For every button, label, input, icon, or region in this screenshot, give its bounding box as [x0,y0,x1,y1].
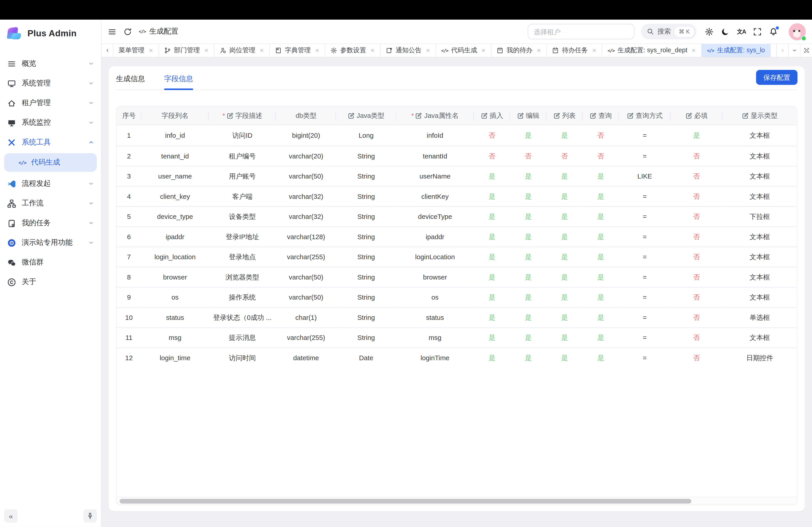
sidebar-item-system-monitor[interactable]: 系统监控 [0,113,101,133]
cell-required[interactable]: 否 [670,347,723,367]
tab-post-management[interactable]: 岗位管理 [215,44,270,57]
sidebar-item-system-management[interactable]: 系统管理 [0,74,101,93]
cell-java-attr[interactable]: os [396,287,474,307]
hamburger-menu-icon[interactable] [108,27,117,36]
cell-display-type[interactable]: 文本框 [723,146,797,166]
cell-column-desc[interactable]: 提示消息 [209,327,276,347]
tab-my-todo[interactable]: 我的待办 [492,44,547,57]
cell-java-attr[interactable]: tenantId [396,146,474,166]
tab-notice[interactable]: 通知公告 [381,44,436,57]
content-fullscreen-icon[interactable] [800,44,812,57]
tab-code-generation[interactable]: </>代码生成 [436,44,492,57]
cell-java-type[interactable]: String [336,146,396,166]
translate-icon[interactable]: 文A [737,28,746,35]
cell-query[interactable]: 是 [583,267,619,287]
close-icon[interactable] [537,48,541,53]
cell-insert[interactable]: 是 [474,327,510,347]
cell-insert[interactable]: 是 [474,287,510,307]
cell-query-mode[interactable]: = [619,146,671,166]
cell-query-mode[interactable]: = [619,287,671,307]
tab-dict-management[interactable]: 字典管理 [270,44,325,57]
cell-display-type[interactable]: 文本框 [723,125,797,146]
cell-edit[interactable]: 是 [510,267,546,287]
cell-required[interactable]: 否 [670,307,723,327]
cell-java-attr[interactable]: userName [396,166,474,186]
cell-java-attr[interactable]: status [396,307,474,327]
close-icon[interactable] [204,48,209,53]
cell-query[interactable]: 是 [583,206,619,226]
cell-java-type[interactable]: String [336,186,396,206]
cell-column-desc[interactable]: 访问时间 [209,347,276,367]
sidebar-item-about[interactable]: 关于 [0,272,101,292]
cell-list[interactable]: 是 [546,267,583,287]
cell-required[interactable]: 否 [670,146,723,166]
cell-edit[interactable]: 否 [510,146,546,166]
sidebar-item-tenant-management[interactable]: 租户管理 [0,93,101,113]
cell-column-desc[interactable]: 访问ID [209,125,276,146]
cell-java-type[interactable]: Long [336,125,396,146]
cell-java-attr[interactable]: infoId [396,125,474,146]
cell-edit[interactable]: 是 [510,246,546,267]
fullscreen-icon[interactable] [753,27,762,36]
cell-query-mode[interactable]: = [619,186,671,206]
cell-java-type[interactable]: String [336,327,396,347]
cell-display-type[interactable]: 文本框 [723,226,797,246]
close-icon[interactable] [259,48,264,53]
cell-insert[interactable]: 否 [474,125,510,146]
cell-display-type[interactable]: 日期控件 [723,347,797,367]
cell-java-type[interactable]: String [336,267,396,287]
search-button[interactable]: 搜索 ⌘ K [641,24,697,40]
cell-query-mode[interactable]: = [619,307,671,327]
close-icon[interactable] [371,48,375,53]
cell-insert[interactable]: 是 [474,246,510,267]
notification-bell-icon[interactable] [769,27,778,36]
cell-list[interactable]: 是 [546,246,583,267]
cell-required[interactable]: 否 [670,206,723,226]
cell-query-mode[interactable]: = [619,246,671,267]
save-config-button[interactable]: 保存配置 [756,70,798,85]
cell-java-attr[interactable]: loginTime [396,347,474,367]
cell-query[interactable]: 是 [583,226,619,246]
settings-gear-icon[interactable] [705,27,714,36]
cell-java-attr[interactable]: loginLocation [396,246,474,267]
cell-java-attr[interactable]: browser [396,267,474,287]
close-icon[interactable] [315,48,320,53]
cell-insert[interactable]: 是 [474,206,510,226]
cell-query-mode[interactable]: = [619,267,671,287]
cell-display-type[interactable]: 文本框 [723,166,797,186]
cell-column-desc[interactable]: 浏览器类型 [209,267,276,287]
cell-query-mode[interactable]: LIKE [619,166,671,186]
cell-column-desc[interactable]: 用户账号 [209,166,276,186]
cell-list[interactable]: 是 [546,287,583,307]
sidebar-item-my-tasks[interactable]: 我的任务 [0,213,101,233]
cell-list[interactable]: 是 [546,307,583,327]
tabs-dropdown-icon[interactable] [788,44,800,57]
cell-required[interactable]: 否 [670,287,723,307]
panel-tab-gen-info[interactable]: 生成信息 [116,75,145,90]
tabs-scroll-right-icon[interactable] [777,44,788,57]
cell-insert[interactable]: 是 [474,267,510,287]
cell-display-type[interactable]: 文本框 [723,186,797,206]
tenant-select-input[interactable] [527,24,634,40]
cell-java-type[interactable]: String [336,206,396,226]
cell-query-mode[interactable]: = [619,327,671,347]
close-icon[interactable] [481,48,486,53]
sidebar-collapse-button[interactable]: « [4,509,18,523]
cell-query[interactable]: 是 [583,246,619,267]
cell-display-type[interactable]: 文本框 [723,287,797,307]
cell-column-desc[interactable]: 操作系统 [209,287,276,307]
tab-gen-sys-role-dept[interactable]: </>生成配置: sys_role_dept [603,44,702,57]
sidebar-item-flow-start[interactable]: 流程发起 [0,174,101,193]
cell-query[interactable]: 是 [583,327,619,347]
tabs-scroll-left-icon[interactable] [102,44,114,57]
cell-java-type[interactable]: String [336,246,396,267]
cell-required[interactable]: 否 [670,267,723,287]
cell-query[interactable]: 否 [583,146,619,166]
cell-insert[interactable]: 是 [474,186,510,206]
cell-java-attr[interactable]: deviceType [396,206,474,226]
cell-list[interactable]: 是 [546,327,583,347]
cell-edit[interactable]: 是 [510,125,546,146]
tab-todo-tasks[interactable]: 待办任务 [547,44,603,57]
close-icon[interactable] [592,48,597,53]
cell-list[interactable]: 是 [546,125,583,146]
